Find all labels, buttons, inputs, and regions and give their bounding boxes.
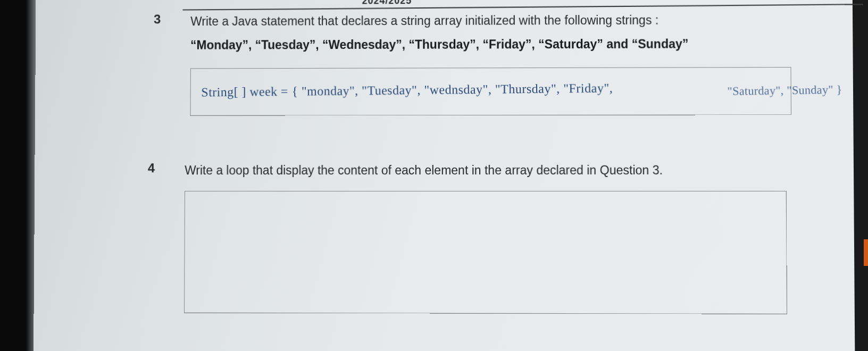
question-3-content: Write a Java statement that declares a s… <box>190 10 866 115</box>
question-4-answer-box <box>184 191 787 314</box>
header-year: 2024/2025 <box>362 0 412 6</box>
exam-page: 2024/2025 3 Write a Java statement that … <box>34 0 855 351</box>
question-number-3: 3 <box>153 12 170 115</box>
header-underline <box>182 4 863 11</box>
question-4-content: Write a loop that display the content of… <box>184 161 863 314</box>
question-3-block: 3 Write a Java statement that declares a… <box>153 10 866 115</box>
handwritten-answer-3-main: String[ ] week = { "monday", "Tuesday", … <box>201 81 613 99</box>
question-4-block: 4 Write a loop that display the content … <box>147 161 863 314</box>
handwritten-answer-3-overflow: "Saturday", "Sunday" } <box>727 82 842 98</box>
question-3-prompt-line2: “Monday”, “Tuesday”, “Wednesday”, “Thurs… <box>190 34 866 55</box>
question-4-prompt: Write a loop that display the content of… <box>185 161 862 180</box>
question-number-4: 4 <box>147 161 164 313</box>
edge-artifact <box>864 239 868 266</box>
question-3-answer-box: String[ ] week = { "monday", "Tuesday", … <box>190 67 791 116</box>
question-3-prompt-line1: Write a Java statement that declares a s… <box>190 10 866 31</box>
